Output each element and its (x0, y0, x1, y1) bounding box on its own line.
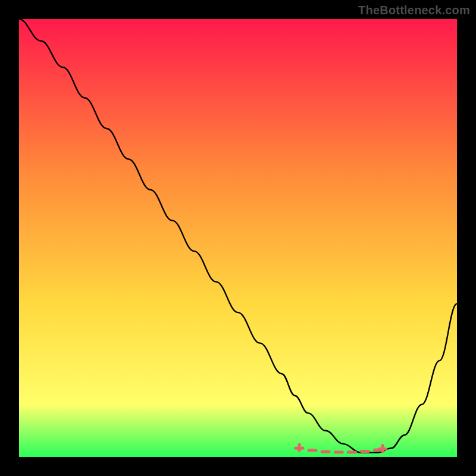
watermark-text: TheBottleneck.com (358, 4, 470, 17)
plot-area (19, 19, 457, 457)
gradient-background (19, 19, 457, 457)
chart-frame: TheBottleneck.com (0, 0, 476, 476)
chart-svg (19, 19, 457, 457)
